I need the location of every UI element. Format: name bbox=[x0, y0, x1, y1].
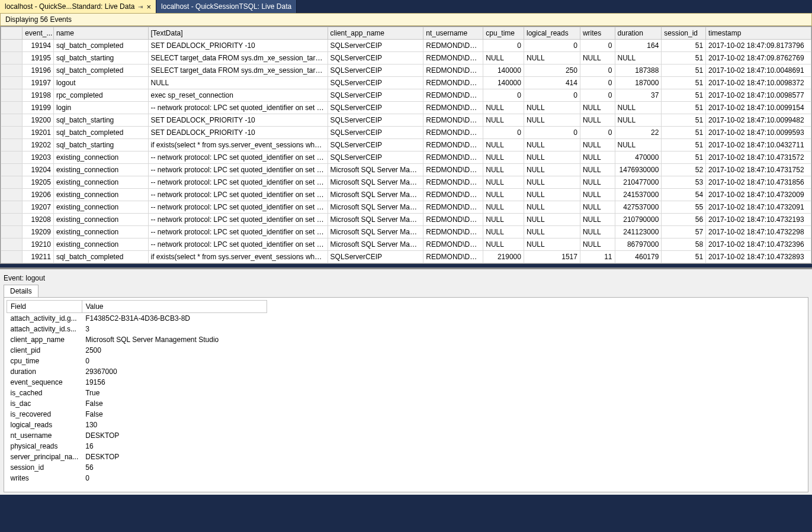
table-row[interactable]: 19209existing_connection-- network proto… bbox=[1, 226, 811, 238]
column-header-name[interactable]: name bbox=[53, 27, 148, 40]
row-selector[interactable] bbox=[1, 52, 23, 65]
column-header-client_app_name[interactable]: client_app_name bbox=[328, 27, 423, 40]
details-row[interactable]: attach_activity_id.g...F14385C2-B31A-4D3… bbox=[7, 313, 267, 324]
table-row[interactable]: 19202sql_batch_startingif exists(select … bbox=[1, 139, 811, 151]
table-row[interactable]: 19205existing_connection-- network proto… bbox=[1, 176, 811, 189]
details-value: 29367000 bbox=[82, 366, 267, 377]
cell-textdata: -- network protocol: LPC set quoted_iden… bbox=[148, 151, 328, 164]
cell-timestamp: 2017-10-02 18:47:10.4731752 bbox=[706, 164, 811, 176]
row-selector[interactable] bbox=[1, 127, 23, 139]
details-row[interactable]: duration29367000 bbox=[7, 366, 267, 377]
cell-logical_reads: NULL bbox=[524, 201, 580, 214]
details-row[interactable]: logical_reads130 bbox=[7, 420, 267, 430]
details-row[interactable]: is_cachedTrue bbox=[7, 388, 267, 398]
row-selector[interactable] bbox=[1, 214, 23, 226]
row-selector[interactable] bbox=[1, 238, 23, 251]
tab-details[interactable]: Details bbox=[4, 285, 38, 297]
table-row[interactable]: 19203existing_connection-- network proto… bbox=[1, 151, 811, 164]
row-selector[interactable] bbox=[1, 40, 23, 52]
cell-duration: 210477000 bbox=[615, 176, 662, 189]
cell-logical_reads: 0 bbox=[524, 40, 580, 52]
cell-duration: 470000 bbox=[615, 151, 662, 164]
column-header-duration[interactable]: duration bbox=[615, 27, 662, 40]
cell-client_app_name: Microsoft SQL Server Manage... bbox=[328, 201, 423, 214]
row-selector[interactable] bbox=[1, 77, 23, 89]
table-row[interactable]: 19199login-- network protocol: LPC set q… bbox=[1, 102, 811, 114]
cell-nt_username: REDMOND\DES... bbox=[423, 164, 483, 176]
row-selector[interactable] bbox=[1, 226, 23, 238]
column-header-logical_reads[interactable]: logical_reads bbox=[524, 27, 580, 40]
column-header-textdata[interactable]: [TextData] bbox=[148, 27, 328, 40]
table-row[interactable]: 19204existing_connection-- network proto… bbox=[1, 164, 811, 176]
cell-session_id: 58 bbox=[662, 238, 706, 251]
table-row[interactable]: 19200sql_batch_startingSET DEADLOCK_PRIO… bbox=[1, 114, 811, 127]
table-row[interactable]: 19194sql_batch_completedSET DEADLOCK_PRI… bbox=[1, 40, 811, 52]
details-row[interactable]: is_recoveredFalse bbox=[7, 409, 267, 420]
cell-client_app_name: SQLServerCEIP bbox=[328, 65, 423, 77]
details-row[interactable]: attach_activity_id.s...3 bbox=[7, 324, 267, 334]
row-selector[interactable] bbox=[1, 201, 23, 214]
details-row[interactable]: cpu_time0 bbox=[7, 356, 267, 366]
tab-label: localhost - QuickSessionTSQL: Live Data bbox=[161, 2, 291, 11]
document-tab-1[interactable]: localhost - QuickSessionTSQL: Live Data bbox=[156, 0, 297, 13]
cell-timestamp: 2017-10-02 18:47:09.8762769 bbox=[706, 52, 811, 65]
document-tab-0[interactable]: localhost - QuickSe...Standard: Live Dat… bbox=[0, 0, 156, 13]
cell-writes: 0 bbox=[580, 77, 615, 89]
column-header-timestamp[interactable]: timestamp bbox=[706, 27, 811, 40]
close-icon[interactable]: × bbox=[146, 2, 151, 11]
details-row[interactable]: event_sequence19156 bbox=[7, 377, 267, 388]
cell-textdata: -- network protocol: LPC set quoted_iden… bbox=[148, 176, 328, 189]
details-row[interactable]: physical_reads16 bbox=[7, 441, 267, 452]
cell-client_app_name: SQLServerCEIP bbox=[328, 151, 423, 164]
row-selector[interactable] bbox=[1, 189, 23, 201]
column-header-event_seq[interactable]: event_... bbox=[23, 27, 54, 40]
details-row[interactable]: client_pid2500 bbox=[7, 345, 267, 356]
cell-session_id: 52 bbox=[662, 164, 706, 176]
column-header-nt_username[interactable]: nt_username bbox=[423, 27, 483, 40]
row-selector[interactable] bbox=[1, 164, 23, 176]
row-selector[interactable] bbox=[1, 114, 23, 127]
details-row[interactable]: client_app_nameMicrosoft SQL Server Mana… bbox=[7, 334, 267, 345]
table-row[interactable]: 19206existing_connection-- network proto… bbox=[1, 189, 811, 201]
cell-name: sql_batch_completed bbox=[53, 127, 148, 139]
cell-name: existing_connection bbox=[53, 189, 148, 201]
column-header-cpu_time[interactable]: cpu_time bbox=[483, 27, 524, 40]
pin-icon[interactable]: ⇥ bbox=[138, 4, 143, 10]
cell-writes: NULL bbox=[580, 201, 615, 214]
cell-cpu_time: NULL bbox=[483, 164, 524, 176]
cell-logical_reads: 0 bbox=[524, 127, 580, 139]
table-row[interactable]: 19195sql_batch_startingSELECT target_dat… bbox=[1, 52, 811, 65]
details-row[interactable]: nt_usernameDESKTOP bbox=[7, 430, 267, 441]
details-field: physical_reads bbox=[7, 441, 82, 452]
cell-session_id: 51 bbox=[662, 65, 706, 77]
row-selector[interactable] bbox=[1, 89, 23, 102]
column-header-writes[interactable]: writes bbox=[580, 27, 615, 40]
cell-textdata: -- network protocol: LPC set quoted_iden… bbox=[148, 201, 328, 214]
details-header-value[interactable]: Value bbox=[82, 301, 267, 313]
table-row[interactable]: 19198rpc_completedexec sp_reset_connecti… bbox=[1, 89, 811, 102]
details-row[interactable]: writes0 bbox=[7, 473, 267, 483]
row-selector[interactable] bbox=[1, 176, 23, 189]
row-selector[interactable] bbox=[1, 151, 23, 164]
cell-event_seq: 19200 bbox=[23, 114, 54, 127]
cell-timestamp: 2017-10-02 18:47:10.0099482 bbox=[706, 114, 811, 127]
details-row[interactable]: session_id56 bbox=[7, 462, 267, 473]
row-selector[interactable] bbox=[1, 65, 23, 77]
cell-nt_username: REDMOND\DES... bbox=[423, 127, 483, 139]
table-row[interactable]: 19210existing_connection-- network proto… bbox=[1, 238, 811, 251]
row-selector[interactable] bbox=[1, 102, 23, 114]
details-row[interactable]: server_principal_na...DESKTOP bbox=[7, 452, 267, 462]
table-row[interactable]: 19197logoutNULLSQLServerCEIPREDMOND\DES.… bbox=[1, 77, 811, 89]
row-selector[interactable] bbox=[1, 139, 23, 151]
cell-cpu_time: NULL bbox=[483, 151, 524, 164]
table-row[interactable]: 19196sql_batch_completedSELECT target_da… bbox=[1, 65, 811, 77]
table-row[interactable]: 19208existing_connection-- network proto… bbox=[1, 214, 811, 226]
table-row[interactable]: 19211sql_batch_completedif exists(select… bbox=[1, 251, 811, 263]
table-row[interactable]: 19201sql_batch_completedSET DEADLOCK_PRI… bbox=[1, 127, 811, 139]
details-row[interactable]: is_dacFalse bbox=[7, 398, 267, 409]
details-header-field[interactable]: Field bbox=[7, 301, 82, 313]
events-grid[interactable]: event_...name[TextData]client_app_nament… bbox=[0, 26, 812, 264]
row-selector[interactable] bbox=[1, 251, 23, 263]
column-header-session_id[interactable]: session_id bbox=[662, 27, 706, 40]
table-row[interactable]: 19207existing_connection-- network proto… bbox=[1, 201, 811, 214]
